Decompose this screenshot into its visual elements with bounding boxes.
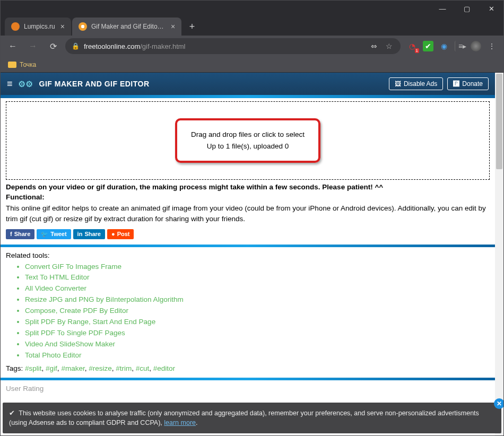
related-link[interactable]: Video And SlideShow Maker — [25, 340, 115, 348]
favicon-icon — [11, 22, 20, 31]
notice-text: Depends on your video or gif duration, t… — [6, 183, 490, 191]
related-link[interactable]: Compose, Create PDF By Editor — [25, 307, 128, 315]
list-item: Convert GIF To Images Frame — [25, 261, 490, 273]
linkedin-share-button[interactable]: inShare — [73, 229, 105, 239]
related-link[interactable]: Text To HTML Editor — [25, 273, 90, 281]
dropzone-text: Drag and drop files or click to select — [191, 129, 305, 141]
tags-label: Tags: — [6, 364, 23, 372]
tab-strip: Lumpics.ru × Gif Maker and Gif Editor - … — [1, 16, 503, 36]
list-item: All Video Converter — [25, 283, 490, 294]
divider — [1, 245, 495, 247]
dropzone-highlight: Drag and drop files or click to select U… — [175, 118, 320, 162]
tag-link[interactable]: #resize — [89, 364, 112, 372]
list-item: Total Photo Editor — [25, 350, 490, 361]
share-row: fShare 🐦Tweet inShare ●Post — [6, 229, 490, 239]
forward-button[interactable]: → — [25, 38, 41, 54]
viewport: ≡ ⚙⚙ GIF MAKER AND GIF EDITOR 🖼 Disable … — [1, 73, 503, 435]
maximize-button[interactable]: ▢ — [455, 1, 479, 16]
tag-link[interactable]: #trim — [116, 364, 132, 372]
toolbar: ← → ⟳ 🔒 freetoolonline.com /gif-maker.ht… — [1, 36, 503, 57]
site-title: GIF MAKER AND GIF EDITOR — [39, 80, 150, 88]
disable-ads-button[interactable]: 🖼 Disable Ads — [389, 77, 443, 90]
cookie-banner: ✕ ✔ This website uses cookies to analyse… — [3, 403, 501, 434]
dropzone-status: Up to 1 file(s), uploaded 0 — [191, 141, 305, 152]
facebook-icon: f — [10, 231, 12, 237]
media-control-icon[interactable]: ≡▸ — [455, 41, 465, 51]
cookie-close-button[interactable]: ✕ — [494, 398, 503, 409]
extension-icon[interactable]: ◉ — [439, 41, 449, 51]
check-icon: ✔ — [9, 408, 15, 418]
file-dropzone[interactable]: Drag and drop files or click to select U… — [6, 101, 490, 180]
menu-icon[interactable]: ≡ — [7, 79, 13, 90]
url-domain: freetoolonline.com — [84, 42, 140, 50]
gear-icon: ⚙⚙ — [18, 77, 34, 90]
list-item: Text To HTML Editor — [25, 272, 490, 283]
extension-icon[interactable]: ◔1 — [407, 41, 418, 51]
reddit-share-button[interactable]: ●Post — [107, 229, 134, 239]
browser-window: — ▢ ✕ Lumpics.ru × Gif Maker and Gif Edi… — [0, 0, 504, 436]
bookmarks-bar: Точка — [1, 57, 503, 73]
twitter-share-button[interactable]: 🐦Tweet — [37, 229, 71, 239]
related-tools-heading: Related tools: — [6, 251, 490, 259]
twitter-icon: 🐦 — [41, 231, 48, 238]
extensions: ◔1 ✔ ◉ ≡▸ ⋮ — [405, 41, 499, 51]
tab-lumpics[interactable]: Lumpics.ru × — [5, 18, 71, 36]
profile-avatar[interactable] — [471, 41, 481, 51]
related-link[interactable]: Resize JPG and PNG by BiInterpolation Al… — [25, 295, 184, 303]
related-link[interactable]: Split PDF To Single PDF Pages — [25, 329, 125, 337]
folder-icon — [8, 62, 16, 68]
related-link[interactable]: All Video Converter — [25, 284, 86, 292]
list-item: Resize JPG and PNG by BiInterpolation Al… — [25, 294, 490, 306]
tab-title: Lumpics.ru — [24, 23, 55, 30]
facebook-share-button[interactable]: fShare — [6, 229, 34, 239]
list-item: Split PDF To Single PDF Pages — [25, 328, 490, 339]
list-item: Video And SlideShow Maker — [25, 339, 490, 350]
tag-link[interactable]: #gif — [46, 364, 57, 372]
lock-icon: 🔒 — [72, 42, 80, 50]
functional-label: Functional: — [6, 193, 490, 201]
divider — [1, 378, 495, 380]
titlebar: — ▢ ✕ — [1, 1, 503, 16]
new-tab-button[interactable]: + — [185, 19, 199, 34]
list-item: Compose, Create PDF By Editor — [25, 306, 490, 317]
donate-button[interactable]: 🅿 Donate — [447, 77, 489, 90]
related-link[interactable]: Split PDF By Range, Start And End Page — [25, 318, 155, 326]
window-controls: — ▢ ✕ — [430, 1, 503, 16]
scrollbar[interactable] — [495, 73, 503, 435]
translate-icon[interactable]: ⇔ — [369, 41, 379, 51]
related-tools-list: Convert GIF To Images Frame Text To HTML… — [6, 261, 490, 361]
favicon-icon — [79, 22, 87, 31]
bookmark-item[interactable]: Точка — [20, 61, 36, 68]
browser-menu-icon[interactable]: ⋮ — [486, 41, 497, 51]
tag-link[interactable]: #cut — [136, 364, 150, 372]
cookie-text: This website uses cookies to analyse tra… — [9, 409, 479, 427]
user-rating-heading: User Rating — [6, 385, 490, 393]
related-link[interactable]: Total Photo Editor — [25, 351, 82, 359]
related-link[interactable]: Convert GIF To Images Frame — [25, 263, 121, 271]
tab-close-icon[interactable]: × — [171, 22, 175, 31]
tab-title: Gif Maker and Gif Editor - Free To — [91, 23, 166, 30]
reload-button[interactable]: ⟳ — [45, 38, 61, 54]
minimize-button[interactable]: — — [430, 1, 455, 16]
scrollbar-thumb[interactable] — [496, 74, 502, 169]
page-main: Drag and drop files or click to select U… — [1, 98, 495, 393]
tab-close-icon[interactable]: × — [60, 22, 65, 31]
tab-gifmaker[interactable]: Gif Maker and Gif Editor - Free To × — [72, 18, 181, 36]
bookmark-star-icon[interactable]: ☆ — [384, 41, 394, 51]
address-bar[interactable]: 🔒 freetoolonline.com /gif-maker.html ⇔ ☆ — [65, 38, 401, 54]
back-button[interactable]: ← — [5, 38, 21, 54]
extension-icon[interactable]: ✔ — [423, 41, 433, 51]
linkedin-icon: in — [77, 231, 83, 237]
list-item: Split PDF By Range, Start And End Page — [25, 317, 490, 328]
reddit-icon: ● — [111, 231, 115, 237]
tag-link[interactable]: #editor — [153, 364, 175, 372]
tag-link[interactable]: #split — [25, 364, 42, 372]
paypal-icon: 🅿 — [453, 80, 459, 88]
close-window-button[interactable]: ✕ — [479, 1, 503, 16]
description-text: This online gif editor helps to create a… — [6, 203, 490, 225]
url-path: /gif-maker.html — [140, 42, 185, 50]
cookie-learn-more-link[interactable]: learn more — [164, 419, 196, 426]
image-icon: 🖼 — [395, 80, 401, 88]
tag-link[interactable]: #maker — [61, 364, 84, 372]
site-navbar: ≡ ⚙⚙ GIF MAKER AND GIF EDITOR 🖼 Disable … — [1, 73, 495, 95]
